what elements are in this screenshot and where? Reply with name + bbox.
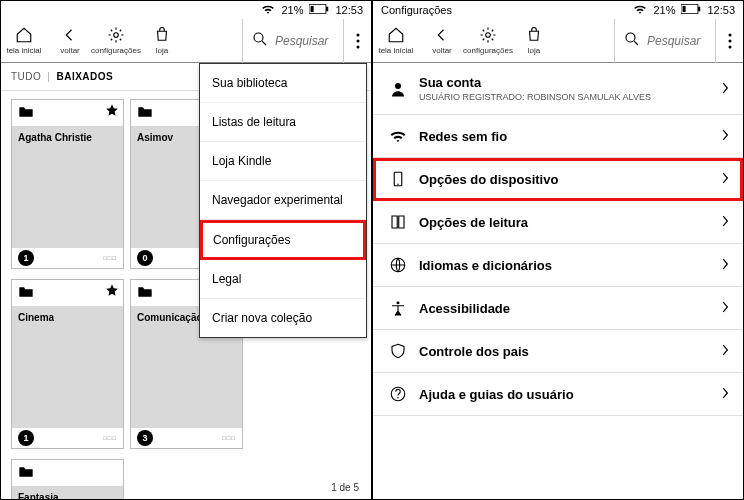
search-icon	[251, 30, 269, 52]
tab-downloaded[interactable]: BAIXADOS	[56, 71, 113, 82]
svg-point-18	[397, 184, 399, 186]
settings-item-title: Opções de leitura	[419, 215, 711, 230]
chevron-right-icon	[721, 256, 729, 274]
chevron-right-icon	[721, 299, 729, 317]
svg-point-5	[356, 33, 359, 36]
svg-point-12	[626, 33, 635, 42]
dropdown-item[interactable]: Legal	[200, 260, 366, 299]
battery-text: 21%	[653, 4, 675, 16]
svg-point-15	[728, 45, 731, 48]
search-input[interactable]	[275, 34, 335, 48]
battery-icon	[309, 4, 329, 16]
chevron-right-icon	[721, 127, 729, 145]
collection-card[interactable]: Cinema 1 □□□	[11, 279, 124, 449]
star-icon	[105, 283, 119, 301]
svg-rect-2	[311, 6, 314, 12]
count-badge: 0	[137, 250, 153, 266]
svg-point-22	[397, 397, 399, 399]
device-icon	[387, 170, 409, 188]
collection-card[interactable]: Fantasia 2 □□□	[11, 459, 124, 500]
search-input[interactable]	[647, 34, 707, 48]
dropdown-item[interactable]: Listas de leitura	[200, 103, 366, 142]
settings-button[interactable]: configurações	[93, 19, 139, 63]
count-badge: 1	[18, 250, 34, 266]
dropdown-item[interactable]: Loja Kindle	[200, 142, 366, 181]
settings-screen: Configurações 21% 12:53 tela inicial vol…	[372, 0, 744, 500]
settings-item-title: Idiomas e dicionários	[419, 258, 711, 273]
settings-item[interactable]: Opções do dispositivo	[373, 158, 743, 201]
battery-text: 21%	[281, 4, 303, 16]
settings-item-title: Redes sem fio	[419, 129, 711, 144]
card-menu-icon[interactable]: □□□	[103, 255, 117, 261]
settings-item[interactable]: Redes sem fio	[373, 115, 743, 158]
person-icon	[387, 80, 409, 98]
overflow-menu-button[interactable]	[343, 19, 371, 63]
settings-item-title: Acessibilidade	[419, 301, 711, 316]
status-bar: Configurações 21% 12:53	[373, 1, 743, 19]
clock: 12:53	[707, 4, 735, 16]
book-icon	[387, 213, 409, 231]
svg-rect-9	[698, 7, 700, 12]
store-button[interactable]: loja	[139, 19, 185, 63]
dropdown-item[interactable]: Criar nova coleção	[200, 299, 366, 337]
settings-list: Sua conta USUÁRIO REGISTRADO: ROBINSON S…	[373, 63, 743, 416]
folder-icon	[137, 104, 153, 122]
folder-icon	[137, 284, 153, 302]
dropdown-item[interactable]: Sua biblioteca	[200, 64, 366, 103]
svg-rect-1	[326, 7, 328, 12]
svg-point-4	[254, 33, 263, 42]
svg-rect-10	[683, 6, 686, 12]
settings-item-title: Ajuda e guias do usuário	[419, 387, 711, 402]
count-badge: 3	[137, 430, 153, 446]
settings-item-title: Controle dos pais	[419, 344, 711, 359]
store-button[interactable]: loja	[511, 19, 557, 63]
settings-item[interactable]: Opções de leitura	[373, 201, 743, 244]
dropdown-item[interactable]: Configurações	[200, 220, 366, 260]
search-icon	[623, 30, 641, 52]
search-box[interactable]	[614, 19, 715, 63]
collection-title: Cinema	[12, 306, 123, 334]
home-button[interactable]: tela inicial	[373, 19, 419, 63]
overflow-menu-button[interactable]	[715, 19, 743, 63]
svg-point-3	[114, 33, 119, 38]
collection-card[interactable]: Agatha Christie 1 □□□	[11, 99, 124, 269]
back-button[interactable]: voltar	[419, 19, 465, 63]
svg-point-11	[486, 33, 491, 38]
library-screen: 21% 12:53 tela inicial voltar configuraç…	[0, 0, 372, 500]
chevron-right-icon	[721, 80, 729, 98]
search-box[interactable]	[242, 19, 343, 63]
svg-point-6	[356, 39, 359, 42]
home-button[interactable]: tela inicial	[1, 19, 47, 63]
wifi-icon	[387, 127, 409, 145]
settings-item[interactable]: Acessibilidade	[373, 287, 743, 330]
svg-point-13	[728, 33, 731, 36]
svg-point-20	[397, 301, 400, 304]
access-icon	[387, 299, 409, 317]
folder-icon	[18, 464, 34, 482]
pager: 1 de 5	[331, 482, 359, 493]
clock: 12:53	[335, 4, 363, 16]
star-icon	[105, 103, 119, 121]
settings-item[interactable]: Idiomas e dicionários	[373, 244, 743, 287]
wifi-icon	[261, 2, 275, 18]
dropdown-item[interactable]: Navegador experimental	[200, 181, 366, 220]
shield-icon	[387, 342, 409, 360]
chevron-right-icon	[721, 213, 729, 231]
settings-item-title: Sua conta	[419, 75, 711, 90]
tab-all[interactable]: TUDO	[11, 71, 41, 82]
folder-icon	[18, 284, 34, 302]
svg-point-14	[728, 39, 731, 42]
count-badge: 1	[18, 430, 34, 446]
wifi-icon	[633, 2, 647, 18]
settings-item[interactable]: Ajuda e guias do usuário	[373, 373, 743, 416]
settings-item-subtitle: USUÁRIO REGISTRADO: ROBINSON SAMULAK ALV…	[419, 92, 711, 102]
settings-item[interactable]: Sua conta USUÁRIO REGISTRADO: ROBINSON S…	[373, 63, 743, 115]
chevron-right-icon	[721, 170, 729, 188]
folder-icon	[18, 104, 34, 122]
settings-item[interactable]: Controle dos pais	[373, 330, 743, 373]
svg-point-7	[356, 45, 359, 48]
back-button[interactable]: voltar	[47, 19, 93, 63]
settings-button[interactable]: configurações	[465, 19, 511, 63]
card-menu-icon[interactable]: □□□	[103, 435, 117, 441]
card-menu-icon[interactable]: □□□	[222, 435, 236, 441]
